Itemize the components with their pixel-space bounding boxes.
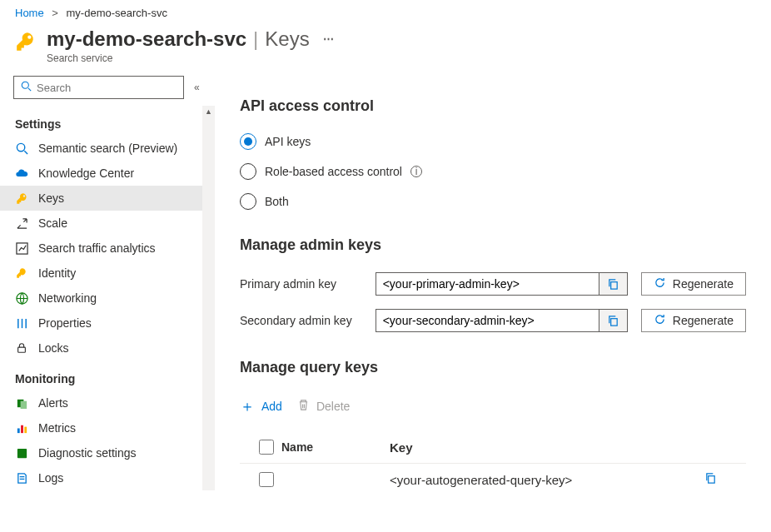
metrics-icon [15,421,28,435]
info-icon[interactable]: i [410,166,422,177]
chevron-right-icon: > [52,7,58,19]
radio-both[interactable]: Both [240,186,746,216]
query-keys-toolbar: ＋ Add Delete [240,388,746,431]
key-icon [15,31,37,55]
radio-api-keys[interactable]: API keys [240,127,746,157]
svg-line-1 [28,88,31,91]
sidebar-group-settings: Settings [0,106,215,136]
regenerate-primary-button[interactable]: Regenerate [641,272,746,296]
manage-admin-title: Manage admin keys [240,236,746,254]
collapse-sidebar-icon[interactable]: « [191,78,203,97]
copy-primary-key-button[interactable] [599,273,627,295]
properties-icon [15,316,28,330]
search-icon [21,81,32,94]
refresh-icon [654,276,666,291]
regenerate-secondary-button[interactable]: Regenerate [641,309,746,332]
sidebar-item-knowledge-center[interactable]: Knowledge Center [0,161,215,186]
breadcrumb-home[interactable]: Home [15,7,44,19]
main-content: API access control API keys Role-based a… [215,76,771,531]
svg-rect-15 [17,448,26,457]
sidebar-item-alerts[interactable]: Alerts [0,390,215,415]
secondary-admin-key-label: Secondary admin key [240,314,362,327]
svg-rect-14 [24,426,27,433]
sidebar-search[interactable] [13,76,184,99]
cloud-icon [15,167,28,180]
svg-rect-13 [21,425,23,432]
sidebar-item-networking[interactable]: Networking [0,286,215,311]
api-access-radio-group: API keys Role-based access control i Bot… [240,127,746,216]
query-key-value: <your-autogenerated-query-key> [390,473,704,487]
sidebar-item-search-traffic-analytics[interactable]: Search traffic analytics [0,236,215,261]
networking-icon [15,291,28,305]
breadcrumb-resource[interactable]: my-demo-search-svc [67,7,167,19]
sidebar-group-monitoring: Monitoring [0,360,215,390]
sidebar-item-metrics[interactable]: Metrics [0,415,215,440]
sidebar-item-diagnostic-settings[interactable]: Diagnostic settings [0,440,215,465]
table-row: <your-autogenerated-query-key> [240,464,746,495]
scroll-up-icon[interactable]: ▲ [202,106,215,117]
row-checkbox[interactable] [259,472,274,487]
copy-query-key-button[interactable] [704,472,746,487]
svg-rect-18 [611,281,618,288]
scale-icon [15,216,28,230]
radio-icon [240,133,256,150]
sidebar-item-keys[interactable]: Keys [0,186,215,211]
sidebar-item-semantic-search[interactable]: Semantic search (Preview) [0,136,215,161]
manage-query-title: Manage query keys [240,359,746,376]
plus-icon: ＋ [240,396,255,416]
delete-query-key-button: Delete [297,399,350,414]
refresh-icon [654,313,666,328]
key-icon [15,191,28,205]
trash-icon [297,399,310,414]
radio-icon [240,193,256,210]
svg-rect-9 [18,347,26,352]
sidebar-search-input[interactable] [37,82,177,94]
copy-secondary-key-button[interactable] [599,310,627,331]
column-header-name: Name [281,440,390,454]
page-title: my-demo-search-svc | Keys ⋯ [47,27,334,51]
identity-icon [15,266,28,280]
api-access-title: API access control [240,97,746,115]
svg-line-3 [24,151,27,154]
breadcrumb: Home > my-demo-search-svc [0,0,771,24]
resource-type: Search service [47,52,334,64]
analytics-icon [15,241,28,255]
sidebar-item-identity[interactable]: Identity [0,261,215,286]
logs-icon [15,471,28,485]
svg-rect-12 [17,428,19,433]
sidebar-item-properties[interactable]: Properties [0,311,215,336]
alerts-icon [15,396,28,410]
svg-point-2 [17,143,24,151]
secondary-admin-key-input[interactable] [376,310,599,331]
query-keys-table: Name Key <your-autogenerated-query-key> [240,431,746,495]
lock-icon [15,341,28,355]
svg-rect-19 [611,318,618,325]
svg-rect-11 [20,400,27,408]
radio-icon [240,163,256,180]
more-icon[interactable]: ⋯ [323,27,334,51]
secondary-admin-key-row: Secondary admin key Regenerate [240,302,746,339]
diagnostic-icon [15,446,28,460]
scrollbar[interactable]: ▲ [202,106,215,490]
sidebar: « ▲ Settings Semantic search (Preview) K… [0,76,215,531]
column-header-key: Key [390,440,704,455]
primary-admin-key-input[interactable] [376,273,599,295]
add-query-key-button[interactable]: ＋ Add [240,396,282,416]
page-header: my-demo-search-svc | Keys ⋯ Search servi… [0,24,771,76]
sidebar-item-scale[interactable]: Scale [0,211,215,236]
svg-rect-20 [709,476,715,483]
sidebar-item-logs[interactable]: Logs [0,465,215,490]
primary-admin-key-row: Primary admin key Regenerate [240,266,746,302]
select-all-checkbox[interactable] [259,440,274,455]
search-icon [15,142,28,155]
primary-admin-key-label: Primary admin key [240,277,362,291]
sidebar-item-locks[interactable]: Locks [0,336,215,360]
svg-point-0 [22,82,28,88]
radio-rbac[interactable]: Role-based access control i [240,157,746,186]
